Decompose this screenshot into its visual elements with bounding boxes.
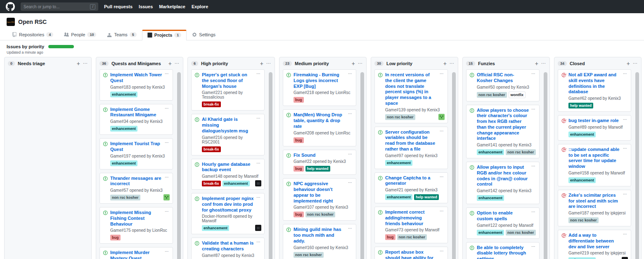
issue-card[interactable]: Change Captcha to a generator⋯Game#21 op…: [374, 172, 448, 204]
navbar-search[interactable]: /: [21, 2, 98, 11]
label-enhancement[interactable]: enhancement: [477, 230, 504, 235]
nav-issues-link[interactable]: Issues: [139, 4, 153, 9]
card-menu-button[interactable]: ⋯: [440, 130, 444, 152]
issue-card[interactable]: NPC aggressive behaviour doesn't appear …: [283, 178, 356, 221]
card-menu-button[interactable]: ⋯: [165, 176, 169, 187]
issue-title[interactable]: Implement Missing Fishing Contest Behavi…: [110, 210, 163, 227]
label-enhancement[interactable]: enhancement: [385, 160, 412, 166]
card-menu-button[interactable]: ⋯: [440, 72, 444, 106]
card-menu-button[interactable]: ⋯: [531, 72, 536, 84]
add-card-button[interactable]: +: [352, 61, 355, 66]
issue-title[interactable]: Implement proper nginx conf from dev int…: [202, 196, 254, 213]
issue-title[interactable]: NPC aggressive behaviour doesn't appear …: [294, 181, 346, 204]
issue-title[interactable]: Al Kharid gate is missing dialogue/syste…: [202, 117, 254, 134]
card-menu-button[interactable]: ⋯: [623, 193, 627, 210]
card-menu-button[interactable]: ⋯: [165, 141, 169, 153]
column-scrollbar[interactable]: [544, 72, 547, 259]
issue-title[interactable]: Change Captcha to a generator: [385, 175, 438, 187]
issue-card[interactable]: Official RSC non-Kosher Changes⋯Game#50 …: [466, 69, 540, 101]
tab-repositories[interactable]: Repositories 4: [7, 29, 59, 40]
issue-title[interactable]: Implement Watch Tower Quest: [110, 72, 163, 84]
issue-card[interactable]: Validate that a human is creating charac…: [191, 238, 265, 259]
issue-card[interactable]: Server configuration variables should be…: [374, 127, 448, 169]
label-bug[interactable]: bug: [294, 212, 304, 217]
issue-card[interactable]: Firemaking - Burning Logs gives incorrec…: [283, 69, 356, 106]
issue-title[interactable]: Allow players to input RGB and/or hex co…: [477, 165, 529, 187]
tab-teams[interactable]: Teams 5: [102, 29, 142, 40]
issue-title[interactable]: Allow players to choose their character'…: [477, 108, 529, 142]
tab-settings[interactable]: Settings: [187, 29, 221, 40]
column-scrollbar[interactable]: [635, 72, 639, 259]
label-non-rsc-kosher[interactable]: non rsc kosher: [477, 92, 507, 98]
issue-title[interactable]: Official RSC non-Kosher Changes: [477, 72, 529, 84]
label-enhancement[interactable]: enhancement: [568, 132, 596, 137]
label-enhancement[interactable]: enhancement: [477, 149, 504, 155]
card-menu-button[interactable]: ⋯: [165, 210, 169, 227]
nav-marketplace-link[interactable]: Marketplace: [159, 4, 185, 9]
issue-card[interactable]: bug tester in-game role⋯Game#89 opened b…: [558, 115, 631, 141]
label-enhancement[interactable]: enhancement: [110, 160, 137, 166]
issue-title[interactable]: Server configuration variables should be…: [385, 130, 438, 152]
issue-title[interactable]: Firemaking - Burning Logs gives incorrec…: [294, 72, 346, 89]
issue-card[interactable]: Be able to completely disable lottery th…: [466, 242, 540, 259]
add-card-button[interactable]: +: [260, 61, 263, 66]
card-menu-button[interactable]: ⋯: [256, 240, 261, 252]
issue-card[interactable]: In recent versions of the client the gam…: [374, 69, 448, 123]
card-menu-button[interactable]: ⋯: [531, 245, 536, 259]
column-menu-button[interactable]: ⋯: [358, 61, 363, 66]
issue-card[interactable]: Not all EXP award and skill events have …: [558, 69, 631, 112]
column-menu-button[interactable]: ⋯: [175, 61, 180, 66]
column-menu-button[interactable]: ⋯: [541, 61, 546, 66]
label-bug[interactable]: bug: [110, 235, 121, 240]
column-menu-button[interactable]: ⋯: [83, 61, 88, 66]
card-menu-button[interactable]: ⋯: [531, 165, 536, 187]
label-enhancement[interactable]: enhancement: [568, 257, 596, 259]
issue-card[interactable]: Implement Murder Mystery Quest⋯Game#180 …: [99, 247, 173, 259]
nav-explore-link[interactable]: Explore: [192, 4, 208, 9]
label-non-rsc-kosher[interactable]: non rsc kosher: [397, 234, 427, 240]
label-enhancement[interactable]: enhancement: [223, 181, 250, 186]
add-card-button[interactable]: +: [627, 61, 630, 66]
label-non-rsc-kosher[interactable]: non rsc kosher: [110, 195, 140, 200]
label-break-fix[interactable]: break-fix: [202, 101, 221, 107]
card-menu-button[interactable]: ⋯: [623, 233, 627, 250]
assignee-avatar[interactable]: [438, 114, 445, 120]
card-menu-button[interactable]: ⋯: [165, 107, 169, 118]
card-menu-button[interactable]: ⋯: [348, 181, 353, 204]
label-help-wanted[interactable]: help wanted: [568, 103, 593, 108]
card-menu-button[interactable]: ⋯: [623, 72, 627, 95]
issue-card[interactable]: Implement Watch Tower Quest⋯Game#183 ope…: [99, 69, 173, 101]
issue-title[interactable]: Implement Gnome Restaurant Minigame: [110, 107, 163, 118]
card-menu-button[interactable]: ⋯: [440, 175, 444, 187]
card-menu-button[interactable]: ⋯: [623, 118, 627, 124]
issue-title[interactable]: Implement Murder Mystery Quest: [110, 250, 163, 259]
card-menu-button[interactable]: ⋯: [348, 72, 353, 89]
card-menu-button[interactable]: ⋯: [440, 210, 444, 226]
label-break-fix[interactable]: break-fix: [202, 181, 221, 186]
issue-title[interactable]: Hourly game database backup event: [202, 162, 254, 173]
issue-title[interactable]: In recent versions of the client the gam…: [385, 72, 438, 106]
label-enhancement[interactable]: enhancement: [568, 177, 596, 183]
org-name[interactable]: Open RSC: [18, 19, 47, 25]
issue-title[interactable]: Option to enable custom spells: [477, 210, 529, 222]
project-title[interactable]: Issues by priority: [7, 44, 44, 49]
issue-card[interactable]: Man(Men) Wrong Drop table, quantity & dr…: [283, 109, 356, 146]
issue-card[interactable]: Allow players to choose their character'…: [466, 105, 540, 159]
label-enhancement[interactable]: enhancement: [110, 92, 137, 97]
column-scrollbar[interactable]: [360, 72, 364, 259]
assignee-avatar[interactable]: [255, 225, 261, 231]
issue-title[interactable]: Implement Tourist Trap Quest: [110, 141, 163, 153]
card-menu-button[interactable]: ⋯: [531, 210, 536, 222]
label-enhancement[interactable]: enhancement: [477, 195, 504, 201]
label-enhancement[interactable]: enhancement: [385, 194, 412, 200]
label-non-rsc-kosher[interactable]: non rsc kosher: [506, 230, 536, 235]
issue-card[interactable]: Implement Missing Fishing Contest Behavi…: [99, 207, 173, 244]
issue-card[interactable]: Implement proper nginx conf from dev int…: [191, 193, 265, 234]
github-logo-icon[interactable]: [6, 2, 15, 11]
issue-title[interactable]: Validate that a human is creating charac…: [202, 240, 254, 252]
column-menu-button[interactable]: ⋯: [450, 61, 455, 66]
issue-title[interactable]: Player's get stuck on the second floor o…: [202, 72, 254, 89]
label-break-fix[interactable]: break-fix: [202, 146, 221, 152]
label-enhancement[interactable]: enhancement: [202, 225, 229, 231]
issue-card[interactable]: Allow players to input RGB and/or hex co…: [466, 162, 540, 204]
